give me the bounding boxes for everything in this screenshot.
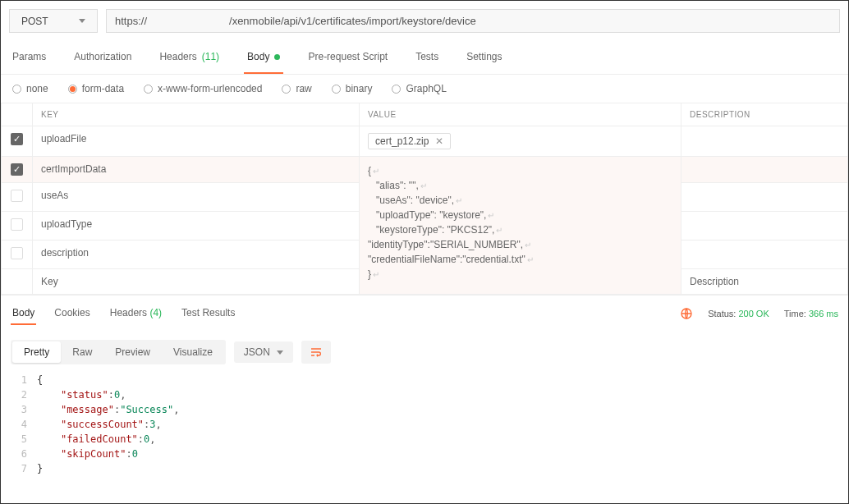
table-row: ✓ certImportData {↵ "alias": "",↵ "useAs… [2, 157, 848, 183]
method-label: POST [21, 16, 48, 27]
globe-icon[interactable] [680, 307, 693, 320]
th-description: DESCRIPTION [681, 103, 848, 126]
view-bar: Pretty Raw Preview Visualize JSON [1, 332, 848, 373]
value-cell[interactable]: cert_p12.zip ✕ [360, 126, 681, 157]
chevron-down-icon [277, 351, 283, 355]
resp-tab-tests[interactable]: Test Results [180, 302, 236, 325]
tab-body[interactable]: Body [244, 41, 283, 74]
tab-authorization[interactable]: Authorization [71, 41, 135, 74]
key-cell[interactable]: certImportData [33, 157, 360, 183]
resp-tab-body[interactable]: Body [11, 302, 36, 325]
row-checkbox[interactable]: ✓ [11, 133, 23, 145]
json-textarea: {↵ "alias": "",↵ "useAs": "device",↵ "up… [368, 163, 672, 282]
key-cell[interactable]: uploadFile [33, 126, 360, 157]
radio-graphql[interactable]: GraphQL [392, 83, 446, 94]
resp-tab-cookies[interactable]: Cookies [53, 302, 91, 325]
radio-none[interactable]: none [12, 83, 48, 94]
tab-params[interactable]: Params [9, 41, 49, 74]
description-cell[interactable] [681, 126, 848, 157]
method-select[interactable]: POST [9, 9, 98, 33]
url-prefix: https:// [115, 15, 147, 27]
formdata-table: KEY VALUE DESCRIPTION ✓ uploadFile cert_… [1, 103, 848, 295]
format-select[interactable]: JSON [234, 341, 293, 363]
radio-raw[interactable]: raw [282, 83, 311, 94]
row-checkbox[interactable] [11, 190, 23, 202]
view-raw[interactable]: Raw [61, 341, 103, 363]
row-checkbox[interactable]: ✓ [11, 163, 23, 176]
key-cell[interactable]: uploadType [33, 212, 360, 241]
th-value: VALUE [360, 103, 681, 126]
url-input[interactable]: https:///xenmobile/api/v1/certificates/i… [106, 9, 840, 33]
time-label: Time: 366 ms [784, 309, 838, 318]
view-pretty[interactable]: Pretty [12, 341, 61, 363]
view-visualize[interactable]: Visualize [162, 341, 224, 363]
request-tabs: Params Authorization Headers (11) Body P… [1, 41, 848, 75]
file-name: cert_p12.zip [375, 135, 429, 147]
file-chip[interactable]: cert_p12.zip ✕ [368, 133, 451, 149]
description-placeholder[interactable]: Description [681, 269, 848, 295]
view-preview[interactable]: Preview [103, 341, 162, 363]
description-cell[interactable] [681, 212, 848, 241]
row-checkbox[interactable] [11, 218, 23, 231]
th-key: KEY [33, 103, 360, 126]
status-label: Status: 200 OK [708, 309, 769, 318]
description-cell[interactable] [681, 157, 848, 183]
key-placeholder[interactable]: Key [33, 269, 360, 295]
remove-file-icon[interactable]: ✕ [435, 135, 443, 147]
resp-tab-headers[interactable]: Headers (4) [108, 302, 163, 325]
body-type-row: none form-data x-www-form-urlencoded raw… [1, 75, 848, 103]
chevron-down-icon [79, 19, 85, 23]
tab-settings[interactable]: Settings [463, 41, 505, 74]
radio-formdata[interactable]: form-data [68, 83, 124, 94]
key-cell[interactable]: useAs [33, 183, 360, 212]
tab-prerequest[interactable]: Pre-request Script [305, 41, 391, 74]
key-cell[interactable]: description [33, 241, 360, 269]
wrap-button[interactable] [301, 341, 331, 364]
body-modified-dot-icon [274, 54, 280, 60]
value-cell-json[interactable]: {↵ "alias": "",↵ "useAs": "device",↵ "up… [360, 157, 681, 295]
description-cell[interactable] [681, 183, 848, 212]
description-cell[interactable] [681, 241, 848, 269]
response-code[interactable]: 1{ 2 "status": 0, 3 "message": "Success"… [1, 373, 848, 486]
response-bar: Body Cookies Headers (4) Test Results St… [1, 295, 848, 332]
table-row: ✓ uploadFile cert_p12.zip ✕ [2, 126, 848, 157]
url-suffix: /xenmobile/api/v1/certificates/import/ke… [229, 15, 476, 27]
tab-headers[interactable]: Headers (11) [156, 41, 223, 74]
row-checkbox[interactable] [11, 247, 23, 259]
radio-binary[interactable]: binary [332, 83, 373, 94]
wrap-icon [310, 346, 323, 359]
tab-tests[interactable]: Tests [412, 41, 442, 74]
radio-xwww[interactable]: x-www-form-urlencoded [144, 83, 262, 94]
